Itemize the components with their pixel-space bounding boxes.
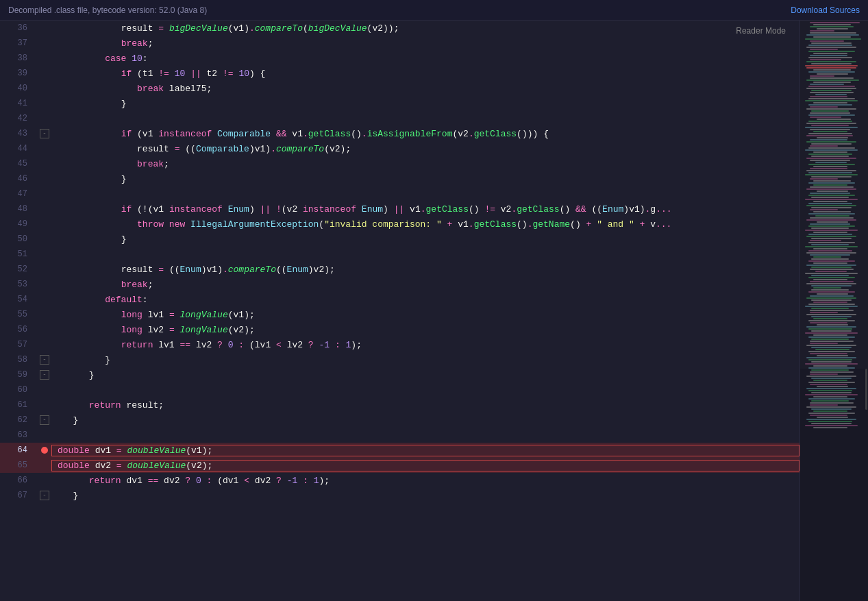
line-content: default:: [51, 295, 799, 305]
line-number: 65: [0, 461, 38, 470]
line-number: 39: [0, 69, 38, 78]
line-number: 58: [0, 355, 38, 365]
line-content: result = ((Comparable)v1).compareTo(v2);: [51, 144, 799, 154]
line-number: 42: [0, 114, 38, 123]
code-line: 41 }: [0, 96, 799, 111]
line-content: }: [51, 355, 799, 365]
line-content: result = ((Enum)v1).compareTo((Enum)v2);: [51, 265, 799, 275]
code-line: 62 - }: [0, 413, 799, 428]
fold-icon[interactable]: -: [40, 355, 49, 365]
fold-icon[interactable]: -: [40, 129, 49, 138]
code-line: 54 default:: [0, 292, 799, 307]
breakpoint-area: [38, 447, 51, 454]
line-number: 37: [0, 38, 38, 48]
line-number: 47: [0, 189, 38, 199]
line-number: 46: [0, 174, 38, 184]
line-number: 66: [0, 476, 38, 485]
line-content: break;: [51, 159, 799, 169]
code-line: 51: [0, 247, 799, 262]
line-number: 63: [0, 430, 38, 440]
line-content: [51, 114, 799, 124]
line-number: 44: [0, 144, 38, 154]
line-content: return dv1 == dv2 ? 0 : (dv1 < dv2 ? -1 …: [51, 476, 799, 486]
line-number: 53: [0, 280, 38, 289]
minimap-content: [800, 21, 868, 601]
line-content: case 10:: [51, 53, 799, 64]
code-line: 57 return lv1 == lv2 ? 0 : (lv1 < lv2 ? …: [0, 337, 799, 352]
code-line: 61 return result;: [0, 397, 799, 413]
code-line: 37 break;: [0, 36, 799, 51]
line-number: 45: [0, 159, 38, 169]
code-line: 53 break;: [0, 277, 799, 292]
code-line: 59 - }: [0, 367, 799, 382]
code-line: 42: [0, 111, 799, 126]
minimap: [799, 21, 868, 601]
code-line: 58 - }: [0, 352, 799, 367]
line-content: if (v1 instanceof Comparable && v1.getCl…: [51, 129, 799, 139]
top-bar: Decompiled .class file, bytecode version…: [0, 0, 868, 21]
code-line: 36 result = bigDecValue(v1).compareTo(bi…: [0, 21, 799, 36]
line-content: if (t1 != 10 || t2 != 10) {: [51, 69, 799, 79]
code-line: 39 if (t1 != 10 || t2 != 10) {: [0, 66, 799, 81]
code-line: 48 if (!(v1 instanceof Enum) || !(v2 ins…: [0, 201, 799, 217]
breakpoint-dot: [41, 447, 48, 454]
code-line: 45 break;: [0, 156, 799, 171]
reader-mode-button[interactable]: Reader Mode: [736, 26, 786, 36]
fold-icon[interactable]: -: [40, 491, 49, 500]
line-content: }: [51, 491, 799, 501]
line-number: 62: [0, 415, 38, 425]
line-number: 57: [0, 340, 38, 349]
code-line: 66 return dv1 == dv2 ? 0 : (dv1 < dv2 ? …: [0, 473, 799, 488]
line-content: return lv1 == lv2 ? 0 : (lv1 < lv2 ? -1 …: [51, 340, 799, 350]
line-content: if (!(v1 instanceof Enum) || !(v2 instan…: [51, 204, 799, 214]
line-number: 41: [0, 99, 38, 108]
line-content: double dv2 = doubleValue(v2);: [51, 460, 799, 471]
minimap-scrollbar-thumb[interactable]: [865, 369, 867, 410]
breakpoint-area: -: [38, 129, 51, 138]
line-content: double dv1 = doubleValue(v1);: [51, 445, 799, 456]
line-content: }: [51, 99, 799, 109]
line-content: }: [51, 174, 799, 184]
line-number: 54: [0, 295, 38, 304]
line-number: 38: [0, 53, 38, 63]
breakpoint-area: -: [38, 491, 51, 500]
line-content: long lv2 = longValue(v2);: [51, 325, 799, 335]
minimap-lines: [800, 21, 868, 430]
line-content: break label75;: [51, 84, 799, 94]
code-line: 46 }: [0, 171, 799, 186]
line-content: [51, 189, 799, 199]
line-number: 49: [0, 219, 38, 229]
line-number: 40: [0, 84, 38, 93]
line-content: return result;: [51, 400, 799, 410]
line-number: 61: [0, 400, 38, 410]
line-number: 67: [0, 491, 38, 500]
code-line: 38 case 10:: [0, 51, 799, 66]
line-number: 59: [0, 370, 38, 380]
code-line: 40 break label75;: [0, 81, 799, 96]
line-content: [51, 385, 799, 395]
line-content: throw new IllegalArgumentException("inva…: [51, 219, 799, 230]
code-line: 63: [0, 428, 799, 443]
breakpoint-area: -: [38, 355, 51, 365]
code-line: 44 result = ((Comparable)v1).compareTo(v…: [0, 141, 799, 156]
code-editor: 36 result = bigDecValue(v1).compareTo(bi…: [0, 21, 799, 601]
code-line: 43 - if (v1 instanceof Comparable && v1.…: [0, 126, 799, 141]
fold-icon[interactable]: -: [40, 415, 49, 425]
download-sources-link[interactable]: Download Sources: [791, 5, 860, 15]
code-line: 47: [0, 186, 799, 201]
breakpoint-area: -: [38, 370, 51, 380]
file-info: Decompiled .class file, bytecode version…: [8, 5, 207, 15]
code-line: 49 throw new IllegalArgumentException("i…: [0, 217, 799, 232]
fold-icon[interactable]: -: [40, 370, 49, 380]
line-content: }: [51, 370, 799, 380]
breakpoint-area: -: [38, 415, 51, 425]
line-content: break;: [51, 38, 799, 49]
line-number: 52: [0, 265, 38, 274]
line-number: 50: [0, 234, 38, 244]
line-number: 64: [0, 445, 38, 455]
line-content: [51, 430, 799, 441]
line-number: 36: [0, 23, 38, 33]
line-number: 48: [0, 204, 38, 214]
code-line: 50 }: [0, 232, 799, 247]
line-content: break;: [51, 280, 799, 290]
